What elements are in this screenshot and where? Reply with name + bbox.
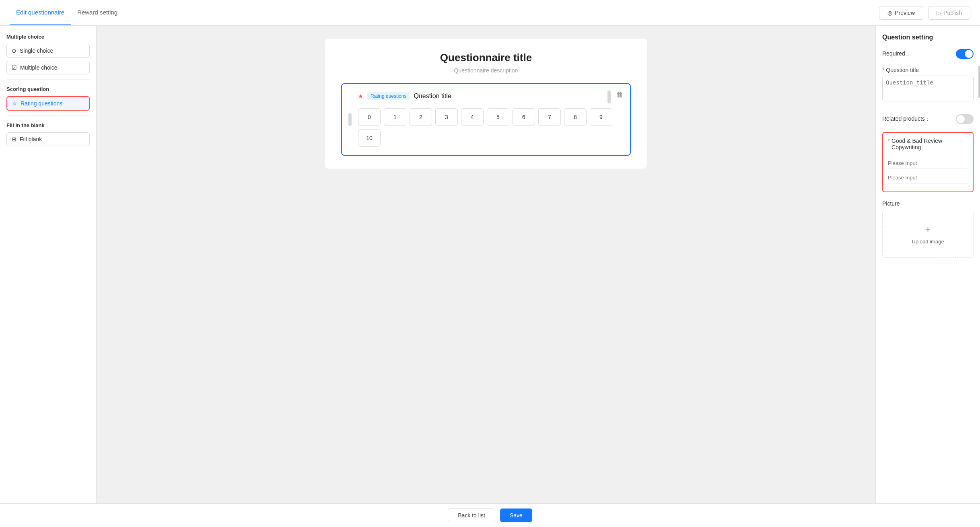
rating-btn-1[interactable]: 1	[384, 108, 406, 126]
rating-btn-6[interactable]: 6	[513, 108, 535, 126]
related-products-row: Related products：	[882, 114, 974, 124]
rating-btn-7[interactable]: 7	[538, 108, 561, 126]
products-input-1[interactable]	[888, 158, 968, 169]
questionnaire-description: Questionnaire description	[341, 67, 631, 74]
section-fill-blank: Fill in the blank	[6, 122, 90, 128]
products-input-2[interactable]	[888, 172, 968, 183]
question-title-display: Question title	[414, 93, 451, 100]
publish-button[interactable]: ▷ Publish	[928, 6, 970, 20]
sidebar-divider-2	[6, 115, 90, 116]
tab-reward-setting[interactable]: Reward setting	[71, 1, 124, 25]
header-tabs: Edit questionnaire Reward setting	[10, 1, 124, 25]
question-header: ★ Rating questions Question title	[358, 92, 620, 100]
rating-options-row: 0 1 2 3 4 5 6 7 8 9 10	[358, 108, 620, 147]
sidebar-item-rating[interactable]: ☆ Rating questions	[6, 96, 90, 111]
image-icon: ⊞	[12, 136, 16, 142]
play-icon: ▷	[937, 10, 941, 16]
required-label: Required：	[882, 50, 911, 58]
required-row: Required：	[882, 49, 974, 59]
eye-icon: ◎	[887, 10, 892, 16]
checkbox-icon: ☑	[12, 64, 17, 71]
required-toggle[interactable]	[956, 49, 974, 59]
save-button[interactable]: Save	[500, 508, 532, 522]
questionnaire-card: Questionnaire title Questionnaire descri…	[325, 39, 647, 169]
back-to-list-button[interactable]: Back to list	[448, 508, 495, 522]
sidebar-divider-1	[6, 79, 90, 80]
question-tag: Rating questions	[367, 92, 410, 100]
rating-btn-4[interactable]: 4	[461, 108, 484, 126]
upload-text: Upload image	[912, 239, 944, 245]
delete-question-button[interactable]: 🗑	[616, 91, 624, 99]
right-panel-title: Question setting	[882, 34, 974, 41]
rating-btn-10[interactable]: 10	[358, 129, 381, 147]
question-title-input[interactable]	[882, 76, 974, 101]
rating-btn-8[interactable]: 8	[564, 108, 587, 126]
upload-plus-icon: +	[925, 224, 931, 235]
sidebar: Multiple choice ⊙ Single choice ☑ Multip…	[0, 26, 97, 503]
header-actions: ◎ Preview ▷ Publish	[879, 6, 970, 20]
section-multiple-choice: Multiple choice	[6, 34, 90, 40]
section-scoring-question: Scoring question	[6, 86, 90, 92]
star-icon: ☆	[12, 100, 17, 107]
rating-btn-9[interactable]: 9	[590, 108, 612, 126]
header: Edit questionnaire Reward setting ◎ Prev…	[0, 0, 980, 26]
related-products-label: Related products：	[882, 115, 931, 123]
questionnaire-title: Questionnaire title	[341, 51, 631, 64]
sidebar-item-multiple-choice[interactable]: ☑ Multiple choice	[6, 61, 90, 74]
right-panel: Question setting Required： * Question ti…	[875, 26, 980, 503]
rating-btn-0[interactable]: 0	[358, 108, 381, 126]
drag-handle-left[interactable]	[348, 113, 352, 126]
picture-label: Picture	[882, 200, 974, 207]
rating-btn-5[interactable]: 5	[487, 108, 509, 126]
question-title-row: * Question title	[882, 67, 974, 111]
preview-button[interactable]: ◎ Preview	[879, 6, 923, 20]
tab-edit-questionnaire[interactable]: Edit questionnaire	[10, 1, 71, 25]
asterisk: *	[882, 67, 886, 73]
products-box: * Good & Bad Review Copywriting	[882, 132, 974, 192]
sidebar-item-single-choice[interactable]: ⊙ Single choice	[6, 44, 90, 58]
sidebar-item-fill-blank[interactable]: ⊞ Fill blank	[6, 132, 90, 146]
main-layout: Multiple choice ⊙ Single choice ☑ Multip…	[0, 26, 980, 503]
related-products-toggle[interactable]	[956, 114, 974, 124]
question-block: 🗑 ★ Rating questions Question title 0 1 …	[341, 83, 631, 156]
rating-btn-3[interactable]: 3	[435, 108, 458, 126]
rating-btn-2[interactable]: 2	[410, 108, 432, 126]
upload-image-box[interactable]: + Upload image	[882, 211, 974, 258]
required-star: ★	[358, 93, 363, 99]
circle-icon: ⊙	[12, 47, 16, 54]
scrollbar[interactable]	[978, 66, 980, 98]
products-required-star: *	[888, 138, 890, 144]
drag-handle-right	[607, 91, 611, 103]
canvas: Questionnaire title Questionnaire descri…	[97, 26, 875, 503]
products-title: Good & Bad Review Copywriting	[891, 138, 968, 150]
footer: Back to list Save	[0, 503, 980, 527]
question-title-field-label: * Question title	[882, 67, 974, 73]
